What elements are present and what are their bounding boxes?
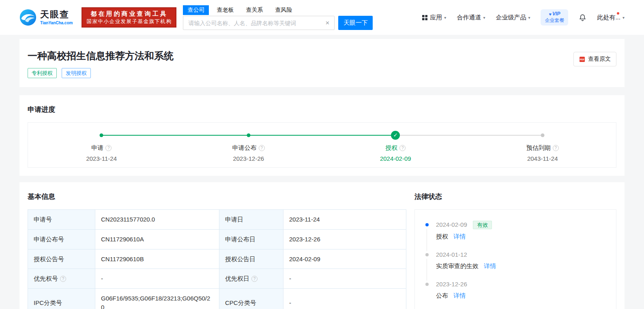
vip-line2: 企业套餐: [545, 17, 564, 24]
tab-search-risk[interactable]: 查风险: [275, 5, 292, 15]
chevron-down-icon: ▾: [483, 15, 485, 20]
timeline-dot: [425, 253, 429, 256]
help-icon[interactable]: ?: [105, 145, 112, 151]
banner-line2: 国家中小企业发展子基金旗下机构: [86, 18, 172, 25]
timeline-steps: 申请 ? 2023-11-24 申请公布 ? 2023-12-26 ✓: [28, 123, 616, 167]
banner-line1: 都在用的商业查询工具: [86, 10, 172, 18]
logo-title: 天眼查: [40, 10, 73, 19]
main-content: 一种高校招生信息推荐方法和系统 专利授权 发明授权 PDF 查看原文 申请进度: [0, 35, 644, 309]
logo[interactable]: 天眼查 TianYanCha.com: [19, 9, 73, 26]
cell-label: 申请公布号: [28, 229, 95, 249]
cell-label-text: 优先权日: [225, 274, 249, 283]
cell-label: 授权公告日: [219, 249, 283, 269]
bell-icon: [579, 14, 586, 21]
top-nav: 应用 ▾ 合作通道 ▾ 企业级产品 ▾ ♥ VIP 企业套餐 此处有...: [422, 9, 625, 25]
basic-info-section: 基本信息 申请号 CN202311577020.0 申请日 2023-11-24…: [28, 192, 406, 309]
notification-bell-button[interactable]: [579, 14, 586, 21]
step-estimated-expiry: 预估到期 ? 2043-11-24: [469, 123, 616, 167]
cell-value: CN202311577020.0: [95, 210, 219, 230]
detail-link[interactable]: 详情: [453, 233, 466, 240]
cell-label: 优先权日 ?: [219, 269, 283, 289]
vip-package-badge[interactable]: ♥ VIP 企业套餐: [541, 9, 568, 25]
clear-icon[interactable]: ×: [324, 19, 330, 27]
legal-item: 2024-02-09 有效 授权 详情: [425, 221, 605, 251]
promo-banner: 都在用的商业查询工具 国家中小企业发展子基金旗下机构: [82, 7, 176, 27]
help-icon[interactable]: ?: [399, 145, 406, 151]
heart-icon: ♥: [549, 11, 552, 17]
progress-timeline: 申请 ? 2023-11-24 申请公布 ? 2023-12-26 ✓: [28, 122, 616, 168]
tab-search-company[interactable]: 查公司: [183, 5, 209, 15]
step-application: 申请 ? 2023-11-24: [28, 123, 175, 167]
legal-date: 2024-01-12: [436, 251, 467, 258]
view-original-label: 查看原文: [588, 55, 611, 63]
step-granted: ✓ 授权 ? 2024-02-09: [322, 123, 469, 167]
nav-more[interactable]: 此处有... ▾: [597, 14, 625, 21]
step-date: 2024-02-09: [322, 155, 469, 162]
nav-cooperation[interactable]: 合作通道 ▾: [457, 14, 485, 21]
cell-value: 2024-02-09: [283, 249, 406, 269]
search-button[interactable]: 天眼一下: [338, 16, 373, 30]
legal-date: 2023-12-26: [436, 281, 467, 288]
nav-apps[interactable]: 应用 ▾: [422, 14, 446, 21]
step-publication: 申请公布 ? 2023-12-26: [175, 123, 322, 167]
tab-search-relation[interactable]: 查关系: [246, 5, 263, 15]
notification-dot: [617, 12, 619, 15]
legal-status-section: 法律状态 2024-02-09 有效 授权 详情: [414, 192, 616, 309]
tag-row: 专利授权 发明授权: [28, 68, 174, 78]
cell-value: 2023-11-24: [283, 210, 406, 230]
step-label: 授权: [385, 144, 397, 152]
svg-text:PDF: PDF: [580, 58, 585, 61]
detail-link[interactable]: 详情: [484, 262, 496, 269]
cell-label-text: 优先权号: [34, 274, 58, 283]
section-title-progress: 申请进度: [28, 105, 616, 114]
help-icon[interactable]: ?: [259, 145, 265, 151]
step-date: 2043-11-24: [469, 155, 616, 162]
step-label: 预估到期: [526, 144, 551, 152]
nav-enterprise-products[interactable]: 企业级产品 ▾: [496, 14, 530, 21]
legal-item: 2023-12-26 公布 详情: [425, 281, 605, 309]
status-badge: 有效: [473, 221, 492, 229]
step-dot-future: [541, 134, 544, 137]
search-area: 查公司 查老板 查关系 查风险 × 天眼一下: [183, 5, 373, 30]
view-original-button[interactable]: PDF 查看原文: [573, 52, 616, 66]
detail-link[interactable]: 详情: [453, 292, 466, 299]
cell-value: -: [283, 269, 406, 289]
basic-info-table: 申请号 CN202311577020.0 申请日 2023-11-24 申请公布…: [28, 209, 406, 309]
step-date: 2023-12-26: [175, 155, 322, 162]
search-input[interactable]: [187, 19, 324, 27]
legal-date: 2024-02-09: [436, 221, 467, 228]
section-title-legal-status: 法律状态: [414, 192, 616, 201]
cell-value: -: [95, 269, 219, 289]
cell-label: 申请日: [219, 210, 283, 230]
table-row: 申请公布号 CN117290610A 申请公布日 2023-12-26: [28, 229, 406, 249]
table-row: IPC分类号 G06F16/9535;G06F18/23213;G06Q50/2…: [28, 289, 406, 309]
table-row: 优先权号 ? - 优先权日 ? -: [28, 269, 406, 289]
vip-line1: ♥ VIP: [549, 11, 560, 17]
nav-enterprise-label: 企业级产品: [496, 14, 526, 21]
legal-event: 公布: [436, 292, 448, 299]
timeline-connector: [427, 229, 427, 251]
nav-more-label: 此处有...: [597, 14, 620, 21]
search-bar: × 天眼一下: [183, 16, 373, 30]
timeline-dot: [425, 283, 429, 286]
cell-label: 授权公告号: [28, 249, 95, 269]
vip-label: VIP: [552, 11, 560, 17]
logo-text: 天眼查 TianYanCha.com: [40, 10, 73, 25]
legal-event: 实质审查的生效: [436, 262, 479, 269]
cell-label: CPC分类号: [219, 289, 283, 309]
search-input-wrap: ×: [183, 16, 335, 30]
tab-search-boss[interactable]: 查老板: [217, 5, 234, 15]
timeline-connector: [427, 259, 427, 281]
step-label: 申请: [91, 144, 103, 152]
help-icon[interactable]: ?: [251, 276, 258, 282]
tag-invention-granted: 发明授权: [62, 68, 91, 78]
pdf-icon: PDF: [579, 56, 585, 62]
grid-icon: [422, 15, 428, 21]
cell-value: G06F16/9535;G06F18/23213;G06Q50/20: [95, 289, 219, 309]
chevron-down-icon: ▾: [528, 15, 530, 20]
help-icon[interactable]: ?: [553, 145, 559, 151]
help-icon[interactable]: ?: [60, 276, 66, 282]
chevron-down-icon: ▾: [444, 15, 446, 20]
legal-event: 授权: [436, 233, 448, 240]
tag-patent-granted: 专利授权: [28, 68, 57, 78]
